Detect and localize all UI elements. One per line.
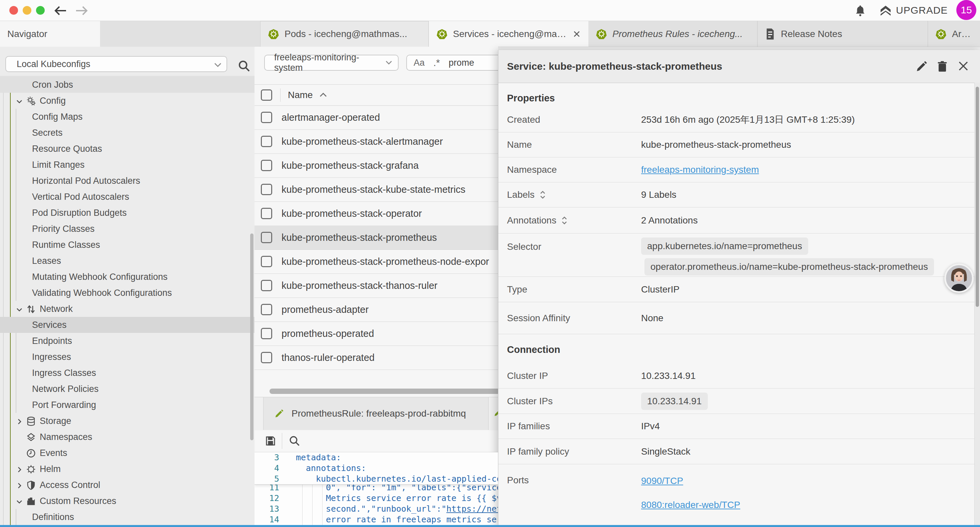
port-link[interactable]: 9090/TCP [641, 476, 683, 486]
tab-pods[interactable]: Pods - icecheng@mathmas... [260, 21, 429, 47]
sidebar-item-access-control[interactable]: Access Control [0, 477, 255, 493]
sidebar-item-config[interactable]: Config [0, 93, 255, 109]
sidebar-item-storage[interactable]: Storage [0, 413, 255, 429]
table-row[interactable]: kube-prometheus-stack-thanos-ruler [255, 274, 498, 298]
table-row[interactable]: prometheus-adapter [255, 298, 498, 322]
annotations-value[interactable]: 2 Annotations [641, 215, 698, 226]
sidebar-item-custom-resources[interactable]: Custom Resources [0, 493, 255, 509]
editor-search-icon[interactable] [288, 435, 301, 447]
edit-pencil-icon[interactable] [915, 60, 928, 73]
table-row[interactable]: kube-prometheus-stack-operator [255, 201, 498, 226]
chevron-right-icon[interactable] [15, 417, 23, 426]
bell-icon[interactable] [854, 4, 867, 18]
sidebar-item-definitions[interactable]: Definitions [0, 509, 255, 525]
chevron-down-icon[interactable] [15, 97, 23, 105]
panel-scrollbar-thumb[interactable] [976, 87, 979, 307]
sidebar-item-validating-webhook-configurations[interactable]: Validating Webhook Configurations [0, 285, 255, 301]
table-row[interactable]: kube-prometheus-stack-grafana [255, 153, 498, 178]
editor-tab-next-sliver[interactable] [493, 407, 498, 420]
namespace-select[interactable]: freeleaps-monitoring-system [264, 55, 399, 71]
sidebar-item-ingresses[interactable]: Ingresses [0, 349, 255, 365]
table-row[interactable]: kube-prometheus-stack-alertmanager [255, 129, 498, 154]
expand-collapse-icon[interactable] [539, 190, 546, 200]
sidebar-item-network-policies[interactable]: Network Policies [0, 381, 255, 397]
editor-tab-prometheusrule[interactable]: PrometheusRule: freeleaps-prod-rabbitmq [263, 397, 488, 430]
port-link[interactable]: 8080:reloader-web/TCP [641, 500, 740, 510]
tab-prometheus-rules[interactable]: Prometheus Rules - icecheng... [589, 21, 757, 47]
sidebar-item-leases[interactable]: Leases [0, 253, 255, 269]
sidebar-item-helm[interactable]: Helm [0, 461, 255, 477]
chevron-right-icon[interactable] [15, 482, 23, 490]
trash-icon[interactable] [936, 60, 949, 73]
row-checkbox[interactable] [261, 232, 272, 243]
sidebar-item-mutating-webhook-configurations[interactable]: Mutating Webhook Configurations [0, 269, 255, 285]
sidebar-item-vertical-pod-autoscalers[interactable]: Vertical Pod Autoscalers [0, 189, 255, 205]
row-checkbox[interactable] [261, 328, 272, 339]
sidebar-scrollbar[interactable] [250, 234, 253, 440]
chevron-down-icon[interactable] [15, 498, 23, 506]
sidebar-search-icon[interactable] [237, 59, 251, 73]
row-checkbox[interactable] [261, 304, 272, 315]
labels-value[interactable]: 9 Labels [641, 189, 676, 200]
sidebar-item-endpoints[interactable]: Endpoints [0, 333, 255, 349]
code-link[interactable]: https://net [446, 504, 498, 514]
sidebar-item-horizontal-pod-autoscalers[interactable]: Horizontal Pod Autoscalers [0, 173, 255, 189]
sidebar-item-ingress-classes[interactable]: Ingress Classes [0, 365, 255, 381]
close-icon[interactable] [957, 60, 969, 72]
row-checkbox[interactable] [261, 160, 272, 171]
sidebar-item-port-forwarding[interactable]: Port Forwarding [0, 397, 255, 413]
namespace-link[interactable]: freeleaps-monitoring-system [641, 164, 759, 175]
chevron-right-icon[interactable] [15, 466, 23, 474]
regex-toggle[interactable]: .* [433, 57, 440, 68]
sidebar-item-namespaces[interactable]: Namespaces [0, 429, 255, 445]
tab-release-notes[interactable]: Release Notes [757, 21, 928, 47]
table-row[interactable]: kube-prometheus-stack-kube-state-metrics [255, 177, 498, 202]
row-checkbox[interactable] [261, 112, 272, 123]
row-checkbox[interactable] [261, 136, 272, 147]
row-checkbox[interactable] [261, 208, 272, 219]
row-checkbox[interactable] [261, 184, 272, 195]
row-checkbox[interactable] [261, 352, 272, 363]
sidebar-item-priority-classes[interactable]: Priority Classes [0, 221, 255, 237]
table-row[interactable]: prometheus-operated [255, 322, 498, 346]
editor-sticky-lines: 3metadata:4annotations:5kubectl.kubernet… [255, 452, 498, 485]
sidebar-item-config-maps[interactable]: Config Maps [0, 109, 255, 125]
save-icon[interactable] [264, 435, 277, 447]
filter-input[interactable]: Aa .* prome [406, 55, 498, 71]
sidebar-item-runtime-classes[interactable]: Runtime Classes [0, 237, 255, 253]
upgrade-button[interactable]: UPGRADE [896, 5, 948, 16]
sidebar-item-resource-quotas[interactable]: Resource Quotas [0, 141, 255, 157]
expand-collapse-icon[interactable] [561, 215, 568, 226]
ip-family-policy-label: IP family policy [507, 446, 641, 457]
sidebar-item-secrets[interactable]: Secrets [0, 125, 255, 141]
horizontal-scrollbar[interactable] [269, 388, 498, 394]
column-header-name[interactable]: Name [288, 90, 313, 100]
yaml-editor[interactable]: 110", "for": "1m", "labels":{"service":1… [255, 452, 498, 527]
select-all-checkbox[interactable] [261, 89, 272, 101]
sidebar-item-network[interactable]: Network [0, 301, 255, 317]
traffic-light-zoom-button[interactable] [36, 6, 45, 15]
user-avatar[interactable] [944, 263, 974, 293]
match-case-toggle[interactable]: Aa [414, 58, 425, 68]
table-row[interactable]: kube-prometheus-stack-prometheus [255, 226, 498, 250]
table-row[interactable]: kube-prometheus-stack-prometheus-node-ex… [255, 250, 498, 274]
sidebar-item-services[interactable]: Services [0, 317, 255, 333]
kubeconfig-select[interactable]: Local Kubeconfigs [5, 56, 227, 72]
tab-argo[interactable]: Argo Se [928, 21, 980, 47]
row-checkbox[interactable] [261, 256, 272, 267]
traffic-light-close-button[interactable] [10, 6, 18, 15]
tab-navigator[interactable]: Navigator [0, 21, 100, 47]
row-checkbox[interactable] [261, 280, 272, 291]
traffic-light-minimize-button[interactable] [23, 6, 31, 15]
sidebar-item-events[interactable]: Events [0, 445, 255, 461]
sidebar-item-limit-ranges[interactable]: Limit Ranges [0, 157, 255, 173]
sidebar-item-cron-jobs[interactable]: Cron Jobs [0, 77, 255, 93]
chevron-down-icon[interactable] [15, 306, 23, 314]
table-row[interactable]: alertmanager-operated [255, 105, 498, 130]
close-tab-icon[interactable] [573, 30, 581, 38]
cluster-ip-label: Cluster IP [507, 371, 641, 381]
table-row[interactable]: thanos-ruler-operated [255, 345, 498, 370]
notification-badge[interactable]: 15 [956, 0, 976, 20]
tab-services[interactable]: Services - icecheng@math... [429, 21, 589, 47]
sidebar-item-pod-disruption-budgets[interactable]: Pod Disruption Budgets [0, 205, 255, 221]
